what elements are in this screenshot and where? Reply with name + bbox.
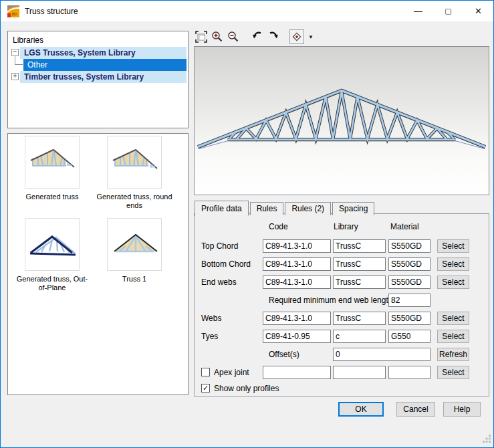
tyes-material-input[interactable] <box>388 330 430 343</box>
webs-code-input[interactable] <box>263 312 331 325</box>
generated-truss-image <box>25 136 79 188</box>
apex-joint-label: Apex joint <box>214 368 249 377</box>
thumbnail-generated-truss-out-of-plane[interactable] <box>25 218 80 271</box>
tab-profile-data[interactable]: Profile data <box>195 201 249 216</box>
tab-rules-2[interactable]: Rules (2) <box>285 202 331 215</box>
maximize-icon[interactable]: ▢ <box>433 1 463 21</box>
help-button[interactable]: Help <box>443 402 481 417</box>
preview-toolbar: ▼ <box>193 29 314 45</box>
bottom-chord-library-input[interactable] <box>333 257 386 271</box>
tree-item-label: LGS Trusses, System Library <box>20 48 136 58</box>
rotate-cw-icon[interactable] <box>265 29 281 44</box>
cancel-button[interactable]: Cancel <box>396 402 435 417</box>
end-webs-code-input[interactable] <box>263 275 331 289</box>
resize-grip[interactable] <box>483 434 491 443</box>
rotate-ccw-icon[interactable] <box>249 29 265 44</box>
fit-view-icon[interactable] <box>193 29 209 44</box>
offset-refresh-button[interactable]: Refresh <box>437 348 469 361</box>
end-webs-material-input[interactable] <box>388 275 430 289</box>
top-chord-library-input[interactable] <box>333 239 386 253</box>
apex-library-input[interactable] <box>333 366 386 379</box>
show-only-profiles-label: Show only profiles <box>214 384 279 393</box>
top-chord-material-input[interactable] <box>388 239 430 253</box>
row-label-end-webs: End webs <box>201 277 237 287</box>
libraries-header: Libraries <box>13 35 43 45</box>
row-label-bottom-chord: Bottom Chord <box>201 259 251 269</box>
bottom-chord-material-input[interactable] <box>388 257 430 271</box>
row-label-webs: Webs <box>201 314 221 323</box>
library-column-header: Library <box>334 222 358 231</box>
pan-center-icon[interactable] <box>289 29 304 44</box>
top-chord-select-button[interactable]: Select <box>437 239 469 253</box>
thumbnail-label: Generated truss, Out-of-Plane <box>15 275 89 292</box>
show-only-profiles-checkbox[interactable]: ✓ <box>201 384 210 393</box>
generated-truss-round-ends-image <box>108 136 161 188</box>
minimize-icon[interactable]: — <box>403 1 433 21</box>
code-column-header: Code <box>269 222 288 231</box>
truss-gallery-panel: Generated truss Generated truss, round e… <box>7 133 189 395</box>
thumbnail-label: Generated truss, round ends <box>94 193 174 210</box>
tyes-code-input[interactable] <box>263 330 331 343</box>
apex-select-button[interactable]: Select <box>437 366 469 379</box>
ok-button[interactable]: OK <box>338 402 384 417</box>
bottom-chord-select-button[interactable]: Select <box>437 257 469 271</box>
tree-item-label: Timber trusses, System Library <box>20 72 144 82</box>
end-webs-library-input[interactable] <box>333 275 386 289</box>
app-icon: BD <box>7 5 19 17</box>
toolbar-dropdown-icon[interactable]: ▼ <box>304 34 314 40</box>
truss-preview-image <box>195 47 489 195</box>
tree-branch-line <box>15 56 23 65</box>
tab-spacing[interactable]: Spacing <box>332 202 374 215</box>
thumbnail-label: Truss 1 <box>98 275 171 284</box>
tyes-library-input[interactable] <box>333 330 386 343</box>
tyes-select-button[interactable]: Select <box>437 330 469 343</box>
tree-item-label: Other <box>23 60 47 70</box>
row-label-tyes: Tyes <box>201 332 218 341</box>
top-chord-code-input[interactable] <box>263 239 331 253</box>
profile-tab-strip: Profile data Rules Rules (2) Spacing <box>195 201 376 215</box>
end-webs-select-button[interactable]: Select <box>437 275 469 289</box>
close-icon[interactable]: ✕ <box>463 1 493 21</box>
out-of-plane-truss-image <box>25 219 79 270</box>
zoom-in-icon[interactable] <box>209 29 225 44</box>
apex-code-input[interactable] <box>263 366 331 379</box>
truss-structure-dialog: BD Truss structure — ▢ ✕ Libraries − LGS… <box>0 0 494 448</box>
tree-item-lgs-trusses[interactable]: − LGS Trusses, System Library <box>8 47 188 59</box>
tab-rules[interactable]: Rules <box>250 202 284 215</box>
libraries-panel: Libraries − LGS Trusses, System Library … <box>7 31 189 128</box>
thumbnail-generated-truss[interactable] <box>25 136 80 189</box>
offset-label: Offset(s) <box>269 350 299 359</box>
webs-library-input[interactable] <box>333 312 386 325</box>
webs-material-input[interactable] <box>388 312 430 325</box>
expand-icon[interactable]: + <box>11 73 19 80</box>
offset-input[interactable] <box>333 348 430 361</box>
bottom-chord-code-input[interactable] <box>263 257 331 271</box>
min-end-web-length-label: Required minimum end web length <box>269 296 392 305</box>
collapse-icon[interactable]: − <box>11 49 19 56</box>
tree-item-timber-trusses[interactable]: + Timber trusses, System Library <box>8 71 188 83</box>
window-title: Truss structure <box>25 7 78 16</box>
tree-item-other[interactable]: Other <box>8 59 188 71</box>
thumbnail-truss-1[interactable] <box>107 218 162 271</box>
truss-1-image <box>108 219 161 270</box>
apex-joint-checkbox[interactable] <box>201 368 210 376</box>
thumbnail-label: Generated truss <box>15 193 89 201</box>
min-end-web-length-input[interactable] <box>388 294 430 307</box>
apex-material-input[interactable] <box>388 366 430 379</box>
material-column-header: Material <box>390 222 419 231</box>
thumbnail-generated-truss-round-ends[interactable] <box>107 136 162 189</box>
truss-preview-viewport[interactable] <box>194 46 489 195</box>
svg-text:BD: BD <box>12 12 17 16</box>
title-bar[interactable]: BD Truss structure — ▢ ✕ <box>1 1 493 21</box>
zoom-out-icon[interactable] <box>225 29 241 44</box>
row-label-top-chord: Top Chord <box>201 241 238 251</box>
webs-select-button[interactable]: Select <box>437 312 469 325</box>
